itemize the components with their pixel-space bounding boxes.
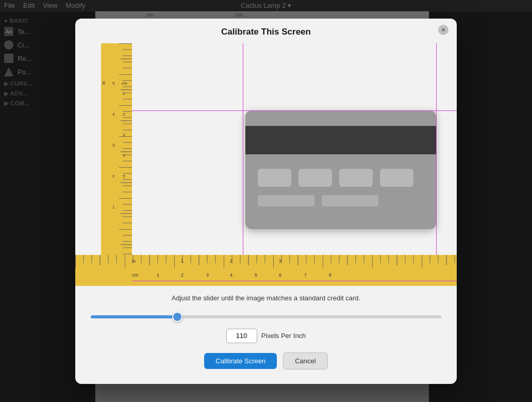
svg-text:5: 5 xyxy=(112,81,115,86)
svg-text:1: 1 xyxy=(112,205,115,210)
svg-text:6: 6 xyxy=(279,272,281,278)
crosshair-vertical-right xyxy=(436,43,437,255)
credit-card-image xyxy=(245,110,436,229)
cancel-button[interactable]: Cancel xyxy=(283,352,327,369)
calibrate-modal: Calibrate This Screen × xyxy=(75,19,457,384)
svg-text:cm: cm xyxy=(132,272,138,278)
card-chip-4 xyxy=(380,169,413,187)
ppi-input[interactable] xyxy=(226,329,257,343)
ppi-unit-label: Pixels Per Inch xyxy=(261,332,306,340)
modal-buttons-row: Calibrate Screen Cancel xyxy=(75,350,457,372)
card-text-row xyxy=(245,193,436,208)
card-magnetic-stripe xyxy=(245,126,436,154)
svg-text:1: 1 xyxy=(157,272,159,278)
svg-text:in: in xyxy=(132,259,136,264)
svg-text:3: 3 xyxy=(279,259,281,264)
modal-overlay: Calibrate This Screen × xyxy=(0,0,532,402)
svg-text:2: 2 xyxy=(123,112,125,117)
crosshair-horizontal-bottom xyxy=(132,281,457,281)
card-chip-3 xyxy=(339,169,373,187)
svg-text:3: 3 xyxy=(206,272,209,278)
svg-text:3: 3 xyxy=(112,143,115,148)
svg-text:2: 2 xyxy=(112,174,115,179)
svg-text:4: 4 xyxy=(123,153,125,158)
svg-text:4: 4 xyxy=(112,112,115,117)
svg-text:8: 8 xyxy=(329,272,331,278)
svg-text:3: 3 xyxy=(123,133,125,137)
vertical-ruler-svg: in 5 4 3 2 1 cm 1 2 3 4 5 xyxy=(101,43,132,286)
vertical-ruler: in 5 4 3 2 1 cm 1 2 3 4 5 xyxy=(101,43,132,286)
card-line-1 xyxy=(258,195,314,206)
svg-text:1: 1 xyxy=(181,259,184,264)
horizontal-ruler: in 1 2 3 cm 1 2 3 4 5 6 7 8 xyxy=(75,255,457,286)
card-chip-1 xyxy=(258,169,291,187)
svg-text:cm: cm xyxy=(122,81,127,86)
svg-text:4: 4 xyxy=(230,272,232,278)
slider-area xyxy=(75,307,457,325)
svg-text:2: 2 xyxy=(230,259,232,264)
card-chip-row xyxy=(245,154,436,193)
horizontal-ruler-svg: in 1 2 3 cm 1 2 3 4 5 6 7 8 xyxy=(75,255,457,286)
svg-text:7: 7 xyxy=(304,272,307,278)
card-chip-2 xyxy=(298,169,332,187)
modal-title: Calibrate This Screen xyxy=(221,27,311,37)
calibrate-screen-button[interactable]: Calibrate Screen xyxy=(204,353,277,369)
modal-close-button[interactable]: × xyxy=(438,25,448,35)
svg-text:in: in xyxy=(101,81,106,84)
modal-header: Calibrate This Screen × xyxy=(75,19,457,43)
card-line-2 xyxy=(322,195,378,206)
crosshair-horizontal-top xyxy=(132,110,457,111)
svg-text:5: 5 xyxy=(123,174,125,179)
svg-rect-7 xyxy=(101,43,132,286)
ppi-slider[interactable] xyxy=(91,315,441,318)
ppi-row: Pixels Per Inch xyxy=(75,325,457,350)
svg-text:2: 2 xyxy=(181,272,184,278)
crosshair-vertical-left xyxy=(243,43,243,255)
slider-container xyxy=(91,311,441,320)
svg-text:5: 5 xyxy=(255,272,257,278)
calibration-area: in 5 4 3 2 1 cm 1 2 3 4 5 xyxy=(75,43,457,286)
svg-text:1: 1 xyxy=(123,91,125,96)
instruction-text: Adjust the slider until the image matche… xyxy=(75,286,457,307)
